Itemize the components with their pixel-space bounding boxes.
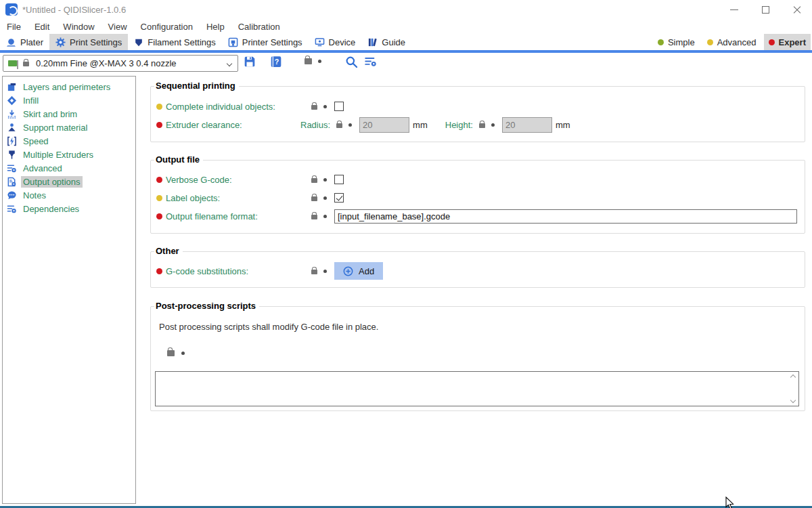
lock-icon[interactable] [311,105,317,110]
modified-dot-icon[interactable] [323,215,327,218]
section-sequential-printing: Sequential printing Complete individual … [150,86,805,142]
mode-advanced[interactable]: Advanced [702,34,761,50]
sidebar-item-output-options[interactable]: Output options [3,175,135,188]
mode-simple[interactable]: Simple [653,34,700,50]
option-status-dot-icon [156,195,162,201]
menu-calibration[interactable]: Calibration [231,19,287,34]
plater-icon [6,37,16,47]
minimize-button[interactable] [719,0,750,19]
sidebar-item-label: Skirt and brim [21,108,79,120]
preset-toolbar: 0.20mm Fine @X-MAX 3 0.4 nozzle ? [0,53,812,76]
sidebar-item-label: Notes [21,190,48,201]
sidebar-item-multiple-extruders[interactable]: Multiple Extruders [3,148,135,161]
option-status-dot-icon [156,268,162,274]
option-label: G-code substitutions: [166,266,311,276]
section-post-processing-scripts: Post-processing scripts Post processing … [150,306,805,411]
lock-icon[interactable] [311,196,317,201]
tab-print-settings[interactable]: Print Settings [49,34,128,50]
label-objects-checkbox[interactable] [334,193,344,203]
lock-icon[interactable] [311,270,317,274]
lock-icon[interactable] [311,178,317,183]
add-button-label: Add [359,266,374,276]
printer-icon [228,37,238,47]
extruder-clearance-height-input [502,117,552,133]
extruders-icon [7,150,17,160]
tab-device[interactable]: Device [309,34,362,50]
settings-sidebar: Layers and perimeters Infill Skirt and b… [2,76,136,504]
close-button[interactable] [781,0,812,19]
filament-icon [134,37,143,47]
menu-window[interactable]: Window [56,19,101,34]
post-processing-scripts-textarea[interactable] [155,371,799,406]
sidebar-item-label: Infill [21,95,41,106]
modified-dot-icon[interactable] [323,105,327,108]
sidebar-item-support-material[interactable]: Support material [3,121,135,134]
tab-label: Filament Settings [148,37,215,47]
add-substitution-button[interactable]: Add [334,262,383,280]
mode-label: Expert [779,37,806,47]
section-title: Post-processing scripts [154,301,259,311]
sidebar-item-skirt-and-brim[interactable]: Skirt and brim [3,107,135,121]
menu-configuration[interactable]: Configuration [134,19,200,34]
lock-icon[interactable] [336,123,342,128]
simple-mode-dot-icon [658,39,664,45]
modified-dot-icon[interactable] [323,178,327,182]
sidebar-item-label: Dependencies [21,203,81,215]
sidebar-item-label: Advanced [21,163,64,174]
save-preset-button[interactable] [244,56,256,68]
save-icon [244,56,256,68]
tab-label: Guide [382,37,405,47]
mode-expert[interactable]: Expert [764,34,811,50]
modified-dot-icon[interactable] [348,123,352,127]
scrollbar[interactable] [788,373,798,405]
sidebar-item-advanced[interactable]: Advanced [3,161,135,175]
modified-dot-icon[interactable] [491,123,495,127]
lock-icon[interactable] [311,215,317,219]
unit-label: mm [556,120,570,130]
tab-printer-settings[interactable]: Printer Settings [222,34,309,50]
compare-presets-button[interactable] [364,56,378,68]
output-icon [7,177,17,187]
menu-edit[interactable]: Edit [28,19,56,34]
option-status-dot-icon [156,177,162,183]
tab-guide[interactable]: Guide [361,34,411,50]
scroll-down-icon[interactable] [790,398,795,403]
height-label: Height: [445,120,473,130]
output-filename-format-input[interactable] [334,209,797,224]
page-lock-indicator[interactable] [304,58,321,64]
menu-view[interactable]: View [102,19,134,34]
tab-filament-settings[interactable]: Filament Settings [128,34,221,50]
preset-select[interactable]: 0.20mm Fine @X-MAX 3 0.4 nozzle [3,55,238,72]
lock-icon[interactable] [479,123,485,128]
notes-icon [7,190,17,200]
detach-preset-button[interactable]: ? [270,56,282,68]
layers-icon [7,82,17,92]
modified-dot-icon[interactable] [323,270,327,273]
sidebar-item-notes[interactable]: Notes [3,188,135,202]
close-icon [792,5,801,14]
menu-file[interactable]: File [0,19,28,34]
complete-individual-objects-checkbox[interactable] [334,102,344,111]
sidebar-item-infill[interactable]: Infill [3,93,135,107]
app-icon [5,3,18,16]
sidebar-item-dependencies[interactable]: Dependencies [3,202,135,215]
modified-dot-icon[interactable] [181,352,185,355]
tab-plater[interactable]: Plater [0,34,49,50]
menu-help[interactable]: Help [200,19,231,34]
tab-label: Print Settings [70,37,122,47]
extruder-clearance-radius-input [359,117,409,133]
option-label: Verbose G-code: [166,175,311,185]
sidebar-item-layers-and-perimeters[interactable]: Layers and perimeters [3,80,135,93]
scroll-up-icon[interactable] [790,375,795,380]
modified-dot-icon[interactable] [323,196,327,200]
verbose-gcode-checkbox[interactable] [334,175,344,184]
section-title: Output file [154,154,203,165]
minimize-icon [730,9,738,10]
sidebar-item-speed[interactable]: Speed [3,134,135,148]
plus-circle-icon [343,266,353,276]
tab-label: Plater [20,37,43,47]
search-button[interactable] [345,56,358,68]
option-label: Extruder clearance: [166,120,300,130]
lock-icon[interactable] [167,350,175,356]
maximize-button[interactable] [750,0,781,19]
